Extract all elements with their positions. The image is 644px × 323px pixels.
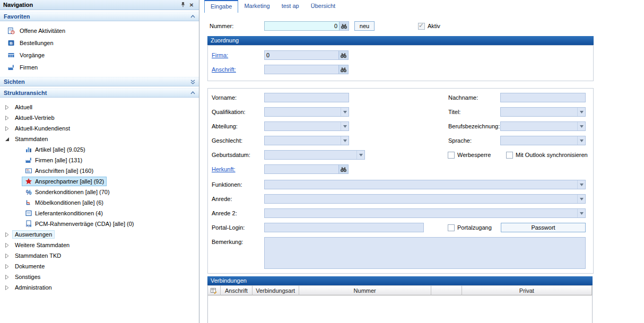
herkunft-field[interactable] xyxy=(264,164,339,174)
anrede-select[interactable] xyxy=(264,194,586,204)
close-icon[interactable]: ✕ xyxy=(187,2,196,8)
portal-login-field[interactable] xyxy=(264,223,424,232)
column-header-privat[interactable]: Privat xyxy=(462,285,592,295)
tree-item[interactable]: Dokumente xyxy=(0,261,199,272)
firma-lookup-button[interactable] xyxy=(339,50,349,60)
titel-select[interactable] xyxy=(500,107,586,117)
favorite-item[interactable]: BBestellungen xyxy=(0,37,199,49)
tree-item[interactable]: Ansprechpartner [alle] (92) xyxy=(0,176,199,187)
tree-item[interactable]: Sonstiges xyxy=(0,272,199,282)
sprache-select[interactable] xyxy=(500,136,586,145)
tree-item[interactable]: Firmen [alle] (131) xyxy=(0,155,199,165)
tab-eingabe[interactable]: Eingabe xyxy=(204,0,238,13)
processes-icon xyxy=(7,51,15,59)
anschrift-lookup-button[interactable] xyxy=(339,65,349,74)
tree-item-content[interactable]: Möbelkonditionen [alle] (6) xyxy=(22,198,106,207)
tree-item-content[interactable]: Stammdaten TKD xyxy=(12,251,64,260)
herkunft-link[interactable]: Herkunft: xyxy=(212,164,236,174)
expand-arrow-icon[interactable] xyxy=(5,105,12,110)
anschrift-link[interactable]: Anschrift: xyxy=(212,65,236,74)
geburtsdatum-select[interactable] xyxy=(264,150,365,160)
tree-item[interactable]: Lieferantenkonditionen (4) xyxy=(0,208,199,219)
expand-arrow-icon[interactable] xyxy=(5,116,12,120)
tree-item-content[interactable]: Artikel [alle] (9.025) xyxy=(22,145,88,154)
section-header-sichten[interactable]: Sichten xyxy=(0,77,199,86)
expand-arrow-icon[interactable] xyxy=(5,243,12,248)
tree-item-content[interactable]: Auswertungen xyxy=(12,230,55,239)
pin-icon[interactable] xyxy=(179,2,187,8)
expand-arrow-icon[interactable] xyxy=(5,264,12,269)
tree-item-content[interactable]: Aktuell-Kundendienst xyxy=(12,124,73,133)
tree-item-content[interactable]: Ansprechpartner [alle] (92) xyxy=(22,177,107,186)
tree-item[interactable]: PCMPCM-Rahmenverträge (CDA) [alle] (0) xyxy=(0,219,199,229)
tree-item-content[interactable]: Aktuell xyxy=(12,103,35,111)
favorite-item[interactable]: Firmen xyxy=(0,61,199,73)
tab-marketing[interactable]: Marketing xyxy=(238,0,275,13)
qualifikation-select[interactable] xyxy=(264,107,349,117)
tree-item[interactable]: Weitere Stammdaten xyxy=(0,240,199,250)
column-header-row-selector[interactable] xyxy=(208,285,221,295)
tree-item[interactable]: Aktuell xyxy=(0,102,199,112)
expand-arrow-icon[interactable] xyxy=(5,232,12,237)
anrede2-select[interactable] xyxy=(264,208,586,218)
aktiv-checkbox[interactable] xyxy=(418,23,425,30)
tree-item[interactable]: Möbelkonditionen [alle] (6) xyxy=(0,197,199,208)
tree-item-content[interactable]: Lieferantenkonditionen (4) xyxy=(22,208,106,218)
tree-item[interactable]: %Sonderkonditionen [alle] (70) xyxy=(0,187,199,197)
tree-item-content[interactable]: Firmen [alle] (131) xyxy=(22,155,85,165)
tree-item-content[interactable]: Stammdaten xyxy=(12,135,50,143)
tree-item[interactable]: Stammdaten TKD xyxy=(0,250,199,261)
expand-arrow-icon[interactable] xyxy=(5,285,12,290)
tree-item-content[interactable]: %Sonderkonditionen [alle] (70) xyxy=(22,187,112,197)
tab--bersicht[interactable]: Übersicht xyxy=(305,0,341,13)
tree-item-content[interactable]: Administration xyxy=(12,283,55,292)
tree-item-content[interactable]: Aktuell-Vertrieb xyxy=(12,114,57,122)
column-header-verbindungsart[interactable]: Verbindungsart xyxy=(253,285,299,295)
portalzugang-checkbox[interactable] xyxy=(448,224,455,231)
bemerkung-textarea[interactable] xyxy=(264,237,586,269)
tree-item[interactable]: Aktuell-Vertrieb xyxy=(0,112,199,123)
favorite-item[interactable]: Offene Aktivitäten xyxy=(0,24,199,37)
neu-button[interactable]: neu xyxy=(354,21,375,31)
nummer-lookup-button[interactable] xyxy=(340,21,349,31)
column-header-anschrift[interactable]: Anschrift xyxy=(221,285,253,295)
expand-arrow-icon[interactable] xyxy=(5,126,12,131)
berufsbezeichnung-select[interactable] xyxy=(500,121,586,131)
tree-item-label: Weitere Stammdaten xyxy=(15,242,69,248)
vorname-field[interactable] xyxy=(264,93,349,102)
werbesperre-checkbox[interactable] xyxy=(448,152,455,159)
expand-arrow-icon[interactable] xyxy=(5,275,12,280)
expand-arrow-icon[interactable] xyxy=(5,254,12,258)
firma-link[interactable]: Firma: xyxy=(212,50,228,60)
column-header-empty[interactable] xyxy=(431,285,462,295)
passwort-button[interactable]: Passwort xyxy=(501,223,586,232)
geschlecht-select[interactable] xyxy=(264,136,349,145)
tree-item-content[interactable]: PCMPCM-Rahmenverträge (CDA) [alle] (0) xyxy=(22,219,136,229)
tab-test-ap[interactable]: test ap xyxy=(276,0,305,13)
tree-item-content[interactable]: Sonstiges xyxy=(12,273,43,281)
funktionen-select[interactable] xyxy=(264,180,586,189)
tree-item[interactable]: Auswertungen xyxy=(0,229,199,240)
section-header-strukturansicht[interactable]: Strukturansicht xyxy=(0,88,199,98)
tree-item[interactable]: Administration xyxy=(0,282,199,293)
column-header-nummer[interactable]: Nummer xyxy=(299,285,431,295)
tree-item[interactable]: Aktuell-Kundendienst xyxy=(0,123,199,134)
verbindungen-table-body[interactable] xyxy=(208,295,592,323)
favorite-item[interactable]: Vorgänge xyxy=(0,49,199,61)
tree-item[interactable]: Anschriften [alle] (160) xyxy=(0,165,199,176)
collapse-arrow-icon[interactable] xyxy=(5,137,12,142)
abteilung-select[interactable] xyxy=(264,121,349,131)
tree-item-content[interactable]: Anschriften [alle] (160) xyxy=(22,166,96,176)
tree-item[interactable]: Artikel [alle] (9.025) xyxy=(0,144,199,155)
outlook-sync-checkbox[interactable] xyxy=(506,152,513,159)
tree-item-content[interactable]: Weitere Stammdaten xyxy=(12,241,72,249)
tree-item[interactable]: Stammdaten xyxy=(0,134,199,144)
firma-field[interactable]: 0 xyxy=(264,50,339,60)
anschrift-field[interactable] xyxy=(264,65,339,74)
tree-item-content[interactable]: Dokumente xyxy=(12,262,47,270)
herkunft-lookup-button[interactable] xyxy=(339,164,349,174)
portalzugang-label: Portalzugang xyxy=(457,223,492,232)
nummer-field[interactable]: 0 xyxy=(264,21,340,31)
nachname-field[interactable] xyxy=(500,93,586,102)
section-header-favoriten[interactable]: Favoriten xyxy=(0,12,199,21)
